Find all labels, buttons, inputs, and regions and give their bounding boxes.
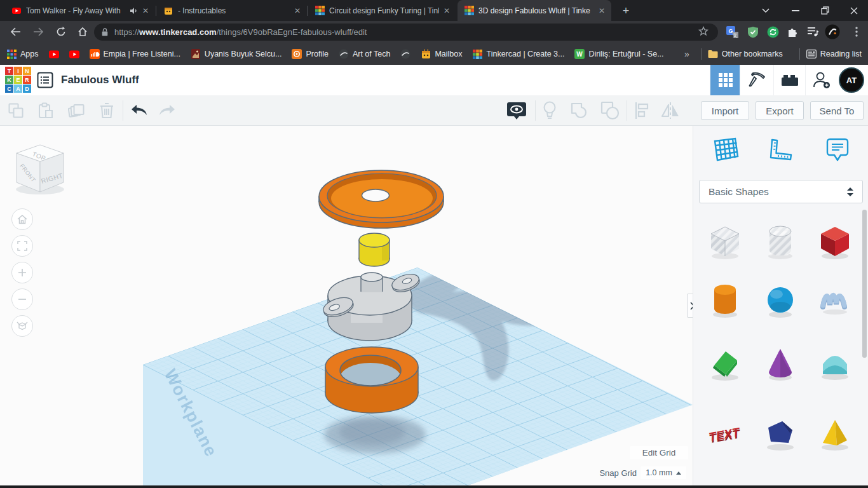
gray-motor-shape[interactable] bbox=[321, 271, 421, 341]
shape-tile-cone[interactable] bbox=[761, 344, 800, 383]
zoom-in-button[interactable] bbox=[11, 262, 33, 283]
tab-instructables[interactable]: - Instructables ✕ bbox=[157, 0, 307, 21]
align-button[interactable] bbox=[632, 100, 652, 121]
scene-canvas[interactable]: Workplane bbox=[0, 126, 693, 488]
url-field[interactable]: https://www.tinkercad.com/things/6V9obRa… bbox=[94, 24, 718, 41]
browser-menu-icon[interactable] bbox=[849, 24, 864, 39]
globe-icon bbox=[339, 49, 349, 59]
shape-tile-transparent-cylinder[interactable] bbox=[761, 222, 800, 261]
undo-button[interactable] bbox=[129, 100, 149, 121]
youtube-icon bbox=[49, 49, 59, 59]
brick-button[interactable] bbox=[773, 65, 806, 95]
bookmark-uyanis[interactable]: Uyanis Buyuk Selcu... bbox=[191, 49, 282, 59]
show-all-button[interactable] bbox=[539, 100, 560, 121]
tab-close-icon[interactable]: ✕ bbox=[599, 6, 605, 15]
shape-tile-text[interactable]: TEXTTEXT bbox=[705, 414, 745, 453]
shape-category-select[interactable]: Basic Shapes bbox=[699, 180, 863, 203]
bookmark-youtube-2[interactable] bbox=[69, 49, 79, 59]
home-icon[interactable] bbox=[74, 23, 92, 41]
workplane-tool-button[interactable] bbox=[709, 135, 741, 165]
bookmark-star-icon[interactable] bbox=[696, 24, 711, 39]
new-tab-button[interactable]: + bbox=[618, 3, 634, 19]
bookmark-empia[interactable]: Empia | Free Listeni... bbox=[90, 49, 180, 59]
viewport-3d[interactable]: Workplane bbox=[0, 126, 693, 488]
design-title[interactable]: Fabulous Wluff bbox=[61, 74, 139, 86]
reload-icon[interactable] bbox=[52, 23, 70, 41]
fit-view-button[interactable] bbox=[11, 235, 33, 257]
translate-extension-icon[interactable]: G文 bbox=[724, 24, 740, 39]
delete-button[interactable] bbox=[97, 100, 117, 121]
import-button[interactable]: Import bbox=[701, 101, 749, 120]
shape-tile-polygon[interactable] bbox=[761, 414, 800, 453]
send-to-button[interactable]: Send To bbox=[810, 101, 864, 120]
orange-ring-shape[interactable] bbox=[325, 347, 418, 413]
copy-button[interactable] bbox=[6, 100, 26, 121]
minimize-icon[interactable] bbox=[782, 0, 810, 21]
reading-list-button[interactable]: Reading list bbox=[806, 49, 862, 59]
other-bookmarks-button[interactable]: Other bookmarks bbox=[708, 49, 783, 59]
bookmark-tinkercad[interactable]: Tinkercad | Create 3... bbox=[473, 49, 565, 59]
perspective-toggle-button[interactable] bbox=[11, 315, 33, 337]
playlist-extension-icon[interactable] bbox=[806, 24, 821, 39]
design-menu-icon[interactable] bbox=[37, 72, 53, 88]
tinkercad-logo[interactable]: T I N K E R C A D bbox=[5, 67, 31, 93]
minecraft-pickaxe-button[interactable] bbox=[740, 65, 774, 95]
logo-cell: E bbox=[14, 76, 22, 84]
close-icon[interactable] bbox=[840, 0, 868, 21]
profile-avatar-icon[interactable] bbox=[825, 24, 840, 39]
group-button[interactable] bbox=[569, 100, 590, 121]
invite-people-button[interactable] bbox=[805, 65, 837, 95]
view-cube[interactable]: TOP FRONT RIGHT bbox=[16, 145, 64, 194]
tab-close-icon[interactable]: ✕ bbox=[444, 6, 450, 15]
tab-close-icon[interactable]: ✕ bbox=[142, 6, 149, 15]
shape-tile-box[interactable] bbox=[815, 222, 855, 261]
bookmark-profile[interactable]: Profile bbox=[292, 49, 328, 59]
ruler-tool-button[interactable] bbox=[764, 135, 796, 165]
bookmark-globe[interactable] bbox=[400, 49, 410, 59]
bookmark-apps[interactable]: Apps bbox=[6, 49, 39, 59]
bookmark-art-of-tech[interactable]: Art of Tech bbox=[339, 49, 391, 59]
zoom-out-button[interactable] bbox=[11, 288, 33, 310]
yellow-cylinder-shape[interactable] bbox=[359, 233, 390, 266]
shape-tile-cylinder[interactable] bbox=[705, 280, 745, 320]
dashboard-grid-button[interactable] bbox=[710, 65, 740, 95]
extensions-puzzle-icon[interactable] bbox=[785, 24, 800, 39]
shape-tile-roof[interactable] bbox=[705, 344, 745, 383]
duplicate-button[interactable] bbox=[66, 100, 86, 121]
green-circle-extension-icon[interactable] bbox=[765, 24, 780, 39]
forward-icon[interactable] bbox=[29, 23, 47, 41]
redo-button[interactable] bbox=[157, 100, 177, 121]
shape-tile-pyramid[interactable] bbox=[815, 414, 855, 453]
orange-disc-shape[interactable] bbox=[319, 170, 444, 228]
back-icon[interactable] bbox=[6, 23, 24, 41]
hide-selected-button[interactable] bbox=[506, 100, 527, 121]
shape-tile-scribble[interactable] bbox=[815, 280, 855, 320]
adblock-shield-extension-icon[interactable] bbox=[745, 24, 761, 39]
reading-list-icon bbox=[806, 49, 817, 59]
shape-tile-round-roof[interactable] bbox=[815, 344, 855, 383]
mirror-button[interactable] bbox=[660, 100, 681, 121]
ungroup-button[interactable] bbox=[600, 100, 620, 121]
tab-3d-design-active[interactable]: 3D design Fabulous Wluff | Tinke ✕ bbox=[458, 0, 611, 21]
paste-button[interactable] bbox=[36, 100, 56, 121]
panel-scrollbar[interactable] bbox=[862, 210, 867, 358]
user-avatar[interactable]: AT bbox=[839, 67, 864, 93]
export-button[interactable]: Export bbox=[756, 101, 804, 120]
tab-close-icon[interactable]: ✕ bbox=[294, 6, 301, 15]
bookmark-youtube-1[interactable] bbox=[49, 49, 59, 59]
tab-audio-icon[interactable] bbox=[130, 7, 138, 15]
bookmark-dirilis[interactable]: W Diriliş: Ertuğrul - Se... bbox=[574, 49, 663, 59]
bookmark-mailbox[interactable]: Mailbox bbox=[421, 49, 462, 59]
shape-tile-sphere[interactable] bbox=[761, 280, 800, 320]
restore-icon[interactable] bbox=[811, 0, 839, 21]
notes-tool-button[interactable] bbox=[822, 135, 853, 165]
bookmarks-overflow-chevron[interactable]: » bbox=[684, 49, 689, 59]
tab-search-icon[interactable] bbox=[752, 0, 780, 21]
tab-youtube[interactable]: Tom Walker - Fly Away With ✕ bbox=[5, 0, 155, 21]
home-view-button[interactable] bbox=[11, 208, 33, 230]
panel-collapse-button[interactable] bbox=[687, 294, 693, 318]
snap-grid-select[interactable]: 1.0 mm bbox=[641, 466, 686, 479]
edit-grid-button[interactable]: Edit Grid bbox=[630, 446, 688, 459]
shape-tile-transparent-box[interactable] bbox=[705, 222, 745, 261]
tab-circuit-design[interactable]: Circuit design Funky Turing | Tink ✕ bbox=[308, 0, 456, 21]
